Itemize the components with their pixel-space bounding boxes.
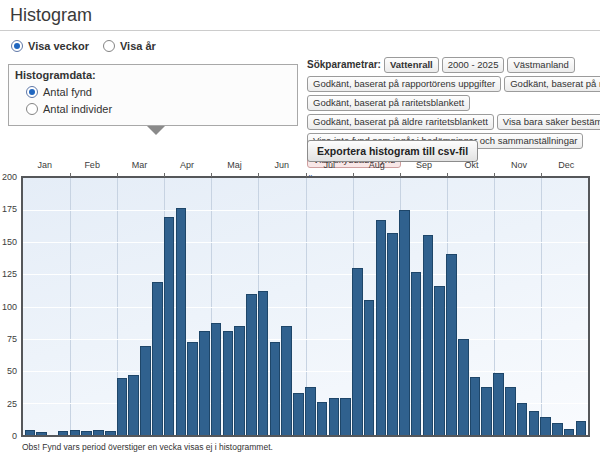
- search-parameter-tag[interactable]: Godkänt, baserat på media: [504, 76, 600, 92]
- histogram-bar: [446, 254, 457, 435]
- y-axis-tick-label: 175: [2, 204, 17, 214]
- month-label: Mar: [116, 160, 163, 173]
- histogram-bar: [36, 432, 47, 435]
- search-parameter-tag[interactable]: Visa bara säker bestämning: [497, 114, 600, 130]
- month-label: Maj: [211, 160, 258, 173]
- radio-antal-individer-label[interactable]: Antal individer: [43, 103, 112, 115]
- y-axis-tick-label: 200: [2, 172, 17, 182]
- histogram-bar: [293, 393, 304, 435]
- histogram-bar: [93, 430, 104, 435]
- search-parameter-tag[interactable]: Godkänt, baserat på äldre raritetsblanke…: [307, 114, 494, 130]
- histogram-bar: [329, 398, 340, 435]
- chart-bars: [23, 178, 588, 435]
- histogram-bar: [576, 421, 587, 435]
- search-parameter-tag[interactable]: Godkänt, baserat på rapportörens uppgift…: [307, 76, 501, 92]
- histogram-bar: [117, 378, 128, 435]
- histogram-bar: [411, 272, 422, 435]
- histogram-bar: [423, 235, 434, 435]
- page-title: Histogram: [10, 5, 92, 26]
- y-axis-tick-label: 100: [2, 302, 17, 312]
- histogram-bar: [493, 373, 504, 435]
- y-axis-tick-label: 75: [7, 334, 17, 344]
- radio-unselected-icon[interactable]: [26, 103, 38, 115]
- histogram-bar: [505, 387, 516, 435]
- month-boundary-tick: [211, 173, 212, 177]
- histogram-bar: [164, 217, 175, 435]
- histogram-bar: [234, 326, 245, 435]
- histogram-bar: [258, 291, 269, 435]
- title-divider: [0, 30, 600, 31]
- histogram-bar: [25, 430, 36, 435]
- histogram-bar: [70, 430, 81, 435]
- histogram-bar: [128, 375, 139, 435]
- histogram-bar: [199, 331, 210, 435]
- radio-selected-icon[interactable]: [11, 40, 23, 52]
- month-label: Sep: [400, 160, 447, 173]
- chart-month-axis: JanFebMarAprMajJunJulAugSepOktNovDec: [21, 160, 590, 173]
- histogram-bar: [552, 423, 563, 435]
- month-label: Okt: [448, 160, 495, 173]
- radio-visa-ar-label[interactable]: Visa år: [120, 40, 156, 52]
- histogram-bar: [564, 429, 575, 435]
- histogram-chart: [21, 176, 590, 437]
- month-boundary-tick: [258, 173, 259, 177]
- search-parameter-row: Sökparametrar:Vattenrall2000 - 2025Västm…: [307, 56, 597, 73]
- radio-unselected-icon[interactable]: [103, 40, 115, 52]
- histogram-bar: [434, 286, 445, 435]
- month-label: Aug: [353, 160, 400, 173]
- histogram-bar: [352, 268, 363, 435]
- histogram-bar: [246, 294, 257, 435]
- histogram-bar: [81, 431, 92, 435]
- histogram-bar: [470, 377, 481, 435]
- radio-visa-veckor[interactable]: Visa veckor: [11, 40, 89, 52]
- search-parameter-row: Godkänt, baserat på äldre raritetsblanke…: [307, 113, 597, 130]
- month-boundary-tick: [70, 173, 71, 177]
- y-axis-tick-label: 150: [2, 237, 17, 247]
- search-parameter-tag[interactable]: Vattenrall: [384, 57, 439, 73]
- histogram-bar: [481, 387, 492, 435]
- search-parameter-row: Godkänt, baserat på rapportörens uppgift…: [307, 75, 597, 92]
- y-axis-tick-label: 25: [7, 399, 17, 409]
- box-pointer-arrow-icon: [147, 126, 165, 135]
- radio-antal-individer[interactable]: Antal individer: [26, 103, 112, 115]
- export-csv-button[interactable]: Exportera histogram till csv-fil: [307, 140, 478, 162]
- month-boundary-tick: [400, 173, 401, 177]
- month-boundary-tick: [447, 173, 448, 177]
- search-parameter-tag[interactable]: Godkänt, baserat på raritetsblankett: [307, 95, 470, 111]
- histogram-bar: [281, 326, 292, 435]
- histogram-bar: [211, 323, 222, 435]
- search-parameter-tag[interactable]: Västmanland: [507, 57, 574, 73]
- radio-antal-fynd[interactable]: Antal fynd: [26, 86, 92, 98]
- histogram-bar: [458, 339, 469, 435]
- radio-selected-icon[interactable]: [26, 86, 38, 98]
- histogram-bar: [223, 331, 234, 435]
- histogram-bar: [340, 398, 351, 435]
- month-label: Jun: [258, 160, 305, 173]
- search-parameter-tag[interactable]: 2000 - 2025: [442, 57, 505, 73]
- histogram-bar: [399, 210, 410, 435]
- view-toggle-group: Visa veckor Visa år: [11, 40, 156, 52]
- month-boundary-tick: [306, 173, 307, 177]
- month-label: Dec: [543, 160, 590, 173]
- month-boundary-tick: [117, 173, 118, 177]
- histogram-bar: [387, 233, 398, 435]
- radio-visa-veckor-label[interactable]: Visa veckor: [28, 40, 89, 52]
- histogram-bar: [540, 417, 551, 435]
- month-label: Feb: [68, 160, 115, 173]
- histogram-bar: [105, 431, 116, 435]
- radio-visa-ar[interactable]: Visa år: [103, 40, 156, 52]
- histogram-bar: [187, 342, 198, 435]
- month-boundary-tick: [541, 173, 542, 177]
- y-axis-tick-label: 0: [12, 431, 17, 441]
- footer-note: Obs! Fynd vars period överstiger en veck…: [22, 442, 273, 452]
- month-label: Apr: [163, 160, 210, 173]
- search-parameter-row: Godkänt, baserat på raritetsblankett: [307, 94, 597, 111]
- search-parameters-label: Sökparametrar:: [307, 59, 381, 70]
- histogram-bar: [376, 220, 387, 435]
- radio-antal-fynd-label[interactable]: Antal fynd: [43, 86, 92, 98]
- histogram-bar: [364, 300, 375, 435]
- month-boundary-tick: [494, 173, 495, 177]
- histogram-bar: [140, 346, 151, 435]
- histogramdata-box: Histogramdata: Antal fynd Antal individe…: [8, 64, 298, 126]
- histogram-bar: [58, 431, 69, 435]
